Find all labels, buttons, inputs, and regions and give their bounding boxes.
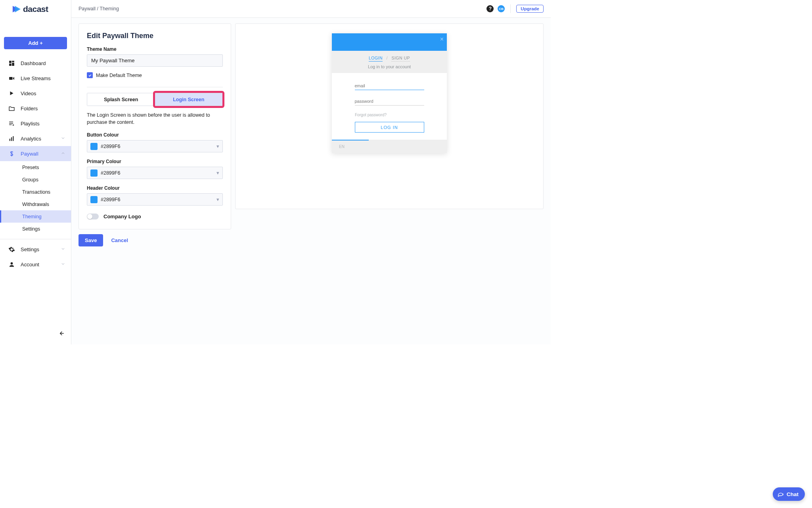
nav-analytics[interactable]: Analytics [0,131,71,146]
chevron-up-icon [61,151,65,157]
svg-rect-10 [13,136,13,141]
playlist-icon [8,120,15,127]
chevron-down-icon [61,246,65,252]
header-colour-picker[interactable]: #2899F6 ▾ [87,193,223,206]
nav-label: Playlists [21,121,40,127]
chevron-down-icon [61,136,65,142]
nav-account[interactable]: Account [0,257,71,272]
analytics-icon [8,135,15,142]
cancel-button[interactable]: Cancel [111,237,128,243]
topbar: Paywall / Theming ? CB Upgrade [71,0,551,18]
collapse-sidebar-icon[interactable] [57,330,65,338]
nav-playlists[interactable]: Playlists [0,116,71,131]
preview-password-input[interactable] [355,97,424,106]
nav-label: Paywall [21,151,38,157]
svg-rect-8 [9,139,10,141]
make-default-label: Make Default Theme [96,73,142,78]
preview-login-button[interactable]: LOG IN [355,122,424,133]
preview-email-input[interactable] [355,82,424,90]
preview-header: × [332,33,447,51]
preview-language[interactable]: EN [339,144,345,149]
tab-splash-screen[interactable]: Splash Screen [87,93,155,106]
help-text: The Login Screen is shown before the use… [87,112,223,126]
nav-videos[interactable]: Videos [0,86,71,101]
divider [0,239,71,239]
nav-label: Live Streams [21,75,51,81]
preview-tab-signup[interactable]: SIGN UP [391,56,410,62]
nav-label: Folders [21,106,38,112]
button-colour-label: Button Colour [87,132,223,138]
dashboard-icon [8,60,15,67]
colour-swatch [90,196,98,203]
primary-colour-label: Primary Colour [87,159,223,164]
subnav-theming[interactable]: Theming [0,210,71,223]
nav-settings[interactable]: Settings [0,242,71,257]
play-icon [8,90,15,97]
colour-swatch [90,143,98,150]
logo-text: dacast [23,4,48,14]
header-colour-label: Header Colour [87,185,223,191]
preview-tab-login[interactable]: LOGIN [369,56,383,62]
svg-rect-7 [9,124,11,125]
svg-rect-0 [9,61,11,63]
subnav-groups[interactable]: Groups [0,173,71,186]
screen-tabs: Splash Screen Login Screen [87,93,223,106]
nav-label: Videos [21,90,36,96]
login-preview: × LOGIN / SIGN UP Log in to your account [332,33,447,153]
edit-paywall-theme-card: Edit Paywall Theme Theme Name Make Defau… [79,23,231,229]
separator: / [387,56,388,60]
primary-colour-picker[interactable]: #2899F6 ▾ [87,167,223,179]
nav-label: Dashboard [21,60,46,66]
preview-card: × LOGIN / SIGN UP Log in to your account [235,23,544,209]
make-default-checkbox[interactable] [87,72,93,78]
subnav-presets[interactable]: Presets [0,161,71,173]
sidebar: dacast Add + Dashboard Live Streams Vide… [0,0,71,344]
svg-rect-2 [12,63,14,66]
breadcrumb: Paywall / Theming [79,6,119,12]
card-title: Edit Paywall Theme [87,32,223,40]
colour-value: #2899F6 [101,144,120,149]
gear-icon [8,246,15,253]
caret-down-icon: ▾ [216,196,219,202]
svg-rect-4 [9,77,13,79]
svg-rect-3 [9,64,11,66]
subnav-settings[interactable]: Settings [0,223,71,235]
colour-swatch [90,169,98,177]
preview-forgot-link[interactable]: Forgot password? [355,113,435,117]
person-icon [8,261,15,268]
divider [87,87,223,87]
chevron-down-icon [61,262,65,267]
svg-rect-5 [9,121,13,122]
nav-label: Settings [21,246,39,252]
nav-label: Account [21,262,39,267]
subnav-transactions[interactable]: Transactions [0,186,71,198]
colour-value: #2899F6 [101,170,120,176]
add-button[interactable]: Add + [4,37,67,49]
nav-paywall[interactable]: Paywall [0,146,71,161]
save-button[interactable]: Save [79,234,103,246]
help-icon[interactable]: ? [486,5,494,12]
button-colour-picker[interactable]: #2899F6 ▾ [87,140,223,152]
folder-icon [8,105,15,112]
caret-down-icon: ▾ [216,170,219,176]
nav-folders[interactable]: Folders [0,101,71,116]
logo[interactable]: dacast [0,0,71,18]
divider [510,4,511,13]
logo-icon [12,5,21,13]
nav-dashboard[interactable]: Dashboard [0,56,71,71]
preview-progress-bar [332,140,369,140]
camera-icon [8,75,15,82]
subnav-withdrawals[interactable]: Withdrawals [0,198,71,210]
colour-value: #2899F6 [101,197,120,202]
nav-live-streams[interactable]: Live Streams [0,71,71,86]
svg-rect-1 [12,61,14,62]
avatar[interactable]: CB [498,5,505,12]
theme-name-input[interactable] [87,54,223,67]
dollar-icon [8,150,15,157]
nav-label: Analytics [21,136,41,142]
tab-login-screen[interactable]: Login Screen [155,93,223,106]
company-logo-toggle[interactable] [87,214,99,219]
svg-point-11 [10,262,13,264]
close-icon[interactable]: × [440,36,444,43]
upgrade-button[interactable]: Upgrade [516,5,544,13]
